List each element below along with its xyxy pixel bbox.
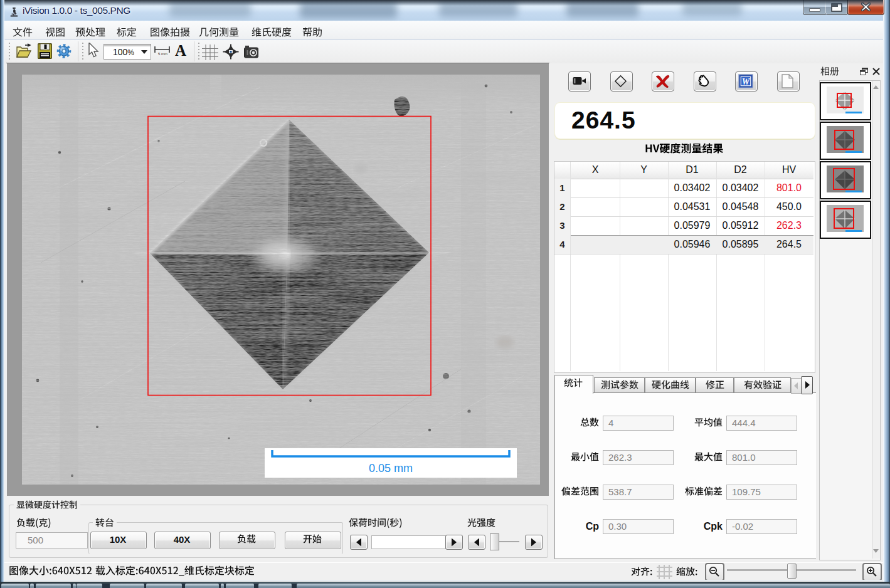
svg-text:W: W [742,77,751,87]
svg-text:0.05 mm: 0.05 mm [369,462,413,475]
svg-text:5 mm: 5 mm [158,52,167,56]
